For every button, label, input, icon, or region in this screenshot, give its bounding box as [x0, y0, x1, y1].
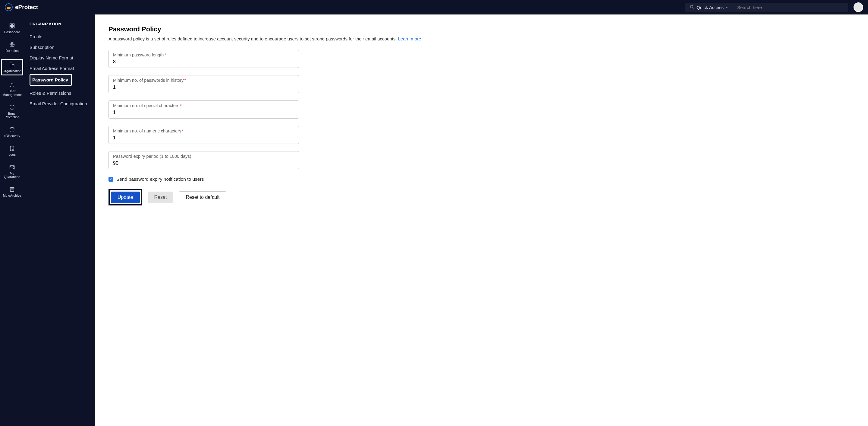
svg-rect-18: [10, 146, 14, 151]
field-expiry[interactable]: Password expiry period (1 to 1000 days): [108, 151, 299, 169]
quick-access-label: Quick Access: [696, 5, 724, 10]
search-icon: [689, 4, 694, 10]
svg-rect-6: [13, 24, 14, 26]
notify-checkbox-row[interactable]: ✓ Send password expiry notification to u…: [108, 176, 855, 182]
avatar[interactable]: [854, 2, 863, 12]
svg-line-4: [692, 7, 693, 8]
sidebar-item-my-earchive[interactable]: My eArchive: [1, 185, 23, 199]
nav-roles-permissions[interactable]: Roles & Permissions: [30, 88, 95, 98]
sidebar-label: Dashboard: [4, 30, 20, 34]
svg-point-3: [690, 5, 693, 8]
nav-email-address-format[interactable]: Email Address Format: [30, 63, 95, 73]
notify-label: Send password expiry notification to use…: [116, 176, 204, 182]
svg-rect-8: [13, 27, 14, 28]
main-content: Password Policy A password policy is a s…: [95, 15, 868, 426]
sidebar-label: My eArchive: [3, 194, 22, 197]
field-label: Minimum no. of special characters*: [113, 103, 294, 108]
sidebar-label: Email Protection: [1, 112, 23, 119]
sidebar-item-dashboard[interactable]: Dashboard: [1, 22, 23, 35]
update-button[interactable]: Update: [111, 192, 140, 203]
secondary-sidebar: ORGANIZATION Profile Subscription Displa…: [24, 15, 95, 426]
special-input[interactable]: [113, 110, 294, 115]
svg-rect-24: [10, 189, 14, 192]
nav-subscription[interactable]: Subscription: [30, 42, 95, 52]
nav-display-name-format[interactable]: Display Name Format: [30, 53, 95, 63]
sidebar-label: Logs: [8, 153, 16, 156]
brand-icon: [5, 3, 13, 11]
nav-email-provider-config[interactable]: Email Provider Configuration: [30, 98, 95, 109]
sidebar-item-user-management[interactable]: User Management: [1, 81, 23, 98]
app-header: eProtect Quick Access: [0, 0, 868, 15]
reset-button[interactable]: Reset: [148, 192, 174, 203]
field-label: Minimum no. of passwords in history*: [113, 78, 294, 83]
field-history[interactable]: Minimum no. of passwords in history*: [108, 75, 299, 93]
nav-password-policy[interactable]: Password Policy: [30, 74, 72, 86]
expiry-input[interactable]: [113, 161, 294, 166]
search-container[interactable]: Quick Access: [685, 3, 848, 12]
page-description-text: A password policy is a set of rules defi…: [108, 36, 397, 41]
svg-rect-5: [10, 24, 12, 26]
svg-rect-7: [10, 27, 12, 28]
svg-rect-2: [7, 6, 10, 7]
brand-name: eProtect: [15, 4, 38, 10]
numeric-input[interactable]: [113, 135, 294, 141]
page-description: A password policy is a set of rules defi…: [108, 36, 855, 41]
header-right: Quick Access: [685, 2, 863, 12]
layout: Dashboard Domains Organization User Mana…: [0, 15, 868, 426]
history-input[interactable]: [113, 84, 294, 90]
svg-rect-12: [12, 64, 14, 67]
chevron-down-icon: [725, 5, 728, 10]
field-label: Minimum password length*: [113, 53, 294, 57]
update-button-highlight: Update: [108, 189, 142, 205]
search-input[interactable]: [737, 5, 844, 10]
learn-more-link[interactable]: Learn more: [398, 36, 421, 41]
sidebar-item-email-protection[interactable]: Email Protection: [1, 103, 23, 120]
nav-profile[interactable]: Profile: [30, 32, 95, 41]
svg-rect-21: [10, 165, 14, 169]
brand: eProtect: [5, 3, 38, 11]
sidebar-item-domains[interactable]: Domains: [1, 40, 23, 54]
sidebar-label: eDiscovery: [4, 134, 20, 138]
icon-sidebar: Dashboard Domains Organization User Mana…: [0, 15, 24, 426]
field-special[interactable]: Minimum no. of special characters*: [108, 101, 299, 119]
button-row: Update Reset Reset to default: [108, 189, 855, 205]
sidebar-item-my-quarantine[interactable]: My Quarantine: [1, 163, 23, 180]
sidebar-item-organization[interactable]: Organization: [1, 59, 23, 76]
page-title: Password Policy: [108, 25, 855, 33]
field-numeric[interactable]: Minimum no. of numeric characters*: [108, 126, 299, 144]
svg-point-17: [10, 127, 14, 129]
quick-access-dropdown[interactable]: Quick Access: [696, 5, 733, 10]
min-length-input[interactable]: [113, 59, 294, 64]
field-min-length[interactable]: Minimum password length*: [108, 50, 299, 68]
sidebar-label: Domains: [5, 49, 19, 53]
sidebar-label: User Management: [1, 89, 23, 96]
sidebar-label: My Quarantine: [1, 171, 23, 179]
svg-line-20: [14, 150, 14, 151]
checkbox-checked-icon[interactable]: ✓: [108, 177, 113, 181]
secondary-nav-header: ORGANIZATION: [30, 22, 95, 26]
field-label: Minimum no. of numeric characters*: [113, 129, 294, 133]
field-label: Password expiry period (1 to 1000 days): [113, 154, 294, 159]
reset-default-button[interactable]: Reset to default: [179, 191, 226, 203]
sidebar-item-logs[interactable]: Logs: [1, 144, 23, 158]
sidebar-label: Organization: [3, 69, 22, 73]
svg-point-16: [11, 83, 13, 85]
sidebar-item-ediscovery[interactable]: eDiscovery: [1, 125, 23, 139]
